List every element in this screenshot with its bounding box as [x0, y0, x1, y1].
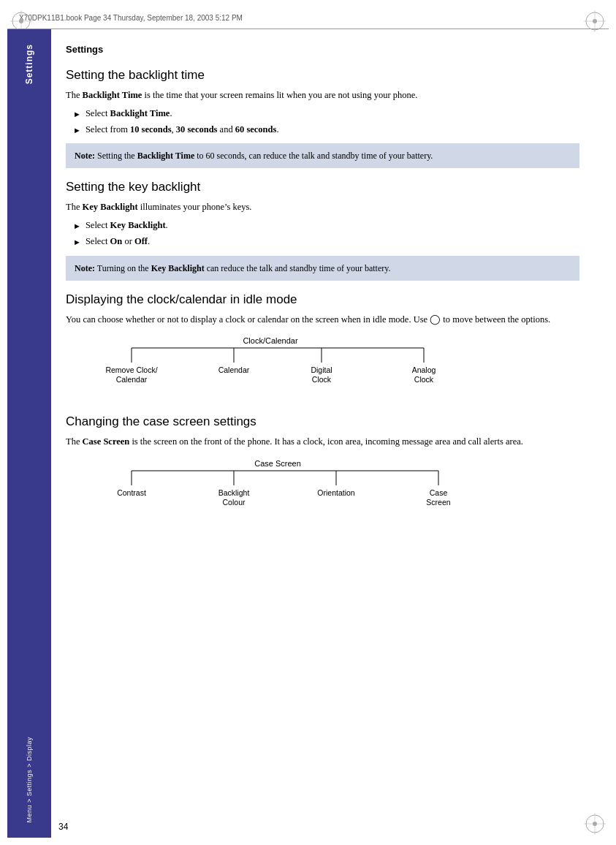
bullet-text-3: Select Key Backlight. [85, 219, 168, 232]
bullet-text-2: Select from 10 seconds, 30 seconds and 6… [85, 123, 279, 137]
sidebar-label-bottom: Menu > Settings > Display [26, 737, 33, 823]
section-heading-case-screen: Changing the case screen settings [66, 414, 579, 429]
clock-calendar-svg: Clock/Calendar Remove Clock/ Calendar Ca… [66, 335, 475, 397]
case-screen-diagram: Case Screen Contrast Backlight Colour Or… [66, 458, 579, 523]
section-case-screen: Changing the case screen settings The Ca… [66, 414, 579, 523]
svg-text:Calendar: Calendar [218, 365, 250, 374]
bullet-arrow-4: ► [73, 236, 81, 249]
svg-text:Digital: Digital [311, 365, 332, 374]
section-clock-calendar: Displaying the clock/calendar in idle mo… [66, 292, 579, 401]
svg-text:Clock: Clock [312, 375, 332, 384]
bullet-arrow-3: ► [73, 220, 81, 232]
bullet-select-on-off: ► Select On or Off. [66, 235, 579, 249]
svg-text:Analog: Analog [412, 365, 436, 374]
section-heading-key-backlight: Setting the key backlight [66, 180, 579, 194]
header-bar: X70DPK11B1.book Page 34 Thursday, Septem… [7, 7, 609, 29]
bullet-select-key-backlight: ► Select Key Backlight. [66, 219, 579, 232]
svg-text:Backlight: Backlight [218, 488, 250, 497]
bullet-arrow-1: ► [73, 108, 81, 121]
header-text: X70DPK11B1.book Page 34 Thursday, Septem… [19, 14, 243, 22]
bullet-arrow-2: ► [73, 124, 81, 137]
bullet-select-seconds: ► Select from 10 seconds, 30 seconds and… [66, 123, 579, 137]
svg-text:Clock/Calendar: Clock/Calendar [243, 336, 298, 345]
bullet-text-4: Select On or Off. [85, 235, 150, 249]
main-content: Settings Setting the backlight time The … [51, 29, 609, 838]
svg-text:Contrast: Contrast [117, 488, 146, 497]
body-key-backlight: The Key Backlight illuminates your phone… [66, 200, 579, 214]
sidebar-label-top: Settings [24, 44, 34, 84]
bullet-text-1: Select Backlight Time. [85, 107, 172, 121]
clock-calendar-diagram: Clock/Calendar Remove Clock/ Calendar Ca… [66, 335, 579, 400]
svg-text:Colour: Colour [223, 498, 246, 507]
svg-text:Remove Clock/: Remove Clock/ [105, 365, 157, 374]
section-backlight-time: Setting the backlight time The Backlight… [66, 68, 579, 168]
page-title: Settings [66, 44, 579, 55]
section-heading-backlight-time: Setting the backlight time [66, 68, 579, 83]
svg-text:Calendar: Calendar [116, 375, 148, 384]
body-case-screen: The Case Screen is the screen on the fro… [66, 435, 579, 449]
svg-text:Clock: Clock [414, 375, 434, 384]
svg-text:Screen: Screen [426, 498, 450, 507]
sidebar: Settings Menu > Settings > Display [7, 29, 51, 838]
note-key-backlight: Note: Turning on the Key Backlight can r… [66, 256, 579, 281]
svg-text:Case Screen: Case Screen [254, 459, 301, 468]
section-heading-clock-calendar: Displaying the clock/calendar in idle mo… [66, 292, 579, 307]
svg-text:Case: Case [430, 488, 448, 497]
svg-text:Orientation: Orientation [317, 488, 355, 497]
page-number: 34 [58, 822, 68, 832]
case-screen-svg: Case Screen Contrast Backlight Colour Or… [66, 458, 475, 520]
body-backlight-time: The Backlight Time is the time that your… [66, 88, 579, 102]
note-backlight-time: Note: Setting the Backlight Time to 60 s… [66, 143, 579, 168]
section-key-backlight: Setting the key backlight The Key Backli… [66, 180, 579, 280]
bullet-select-backlight-time: ► Select Backlight Time. [66, 107, 579, 121]
body-clock-calendar: You can choose whether or not to display… [66, 313, 579, 327]
